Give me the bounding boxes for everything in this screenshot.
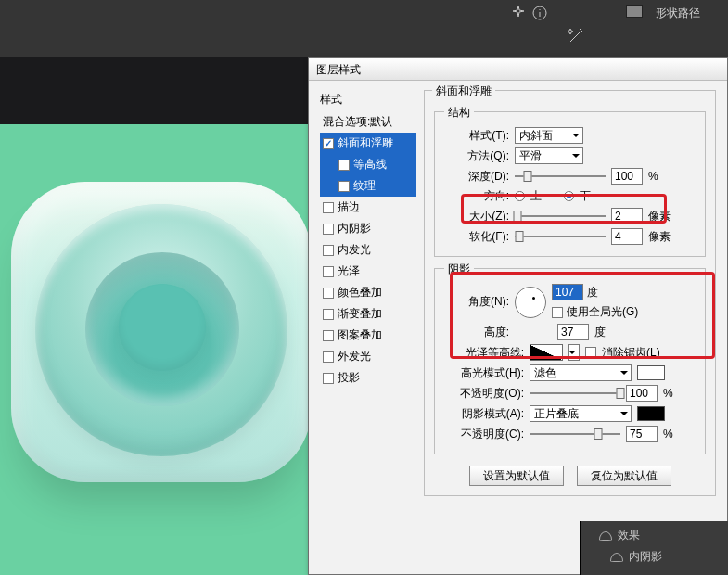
checkbox-pattern-overlay[interactable] — [323, 330, 334, 341]
reset-default-button[interactable]: 复位为默认值 — [577, 466, 671, 486]
style-item-blend-options[interactable]: 混合选项:默认 — [320, 111, 416, 133]
checkbox-bevel[interactable] — [323, 138, 334, 149]
soften-slider[interactable] — [515, 230, 606, 243]
highlight-opacity-input[interactable] — [626, 385, 658, 402]
antialias-checkbox[interactable] — [585, 347, 596, 358]
size-unit: 像素 — [648, 209, 671, 224]
shadow-opacity-input[interactable] — [626, 426, 658, 442]
gloss-contour-label: 光泽等高线: — [446, 345, 524, 361]
direction-up-radio[interactable] — [515, 191, 525, 201]
shape-path-label: 形状路径 — [656, 6, 700, 21]
styles-header: 样式 — [320, 90, 416, 111]
checkbox-inner-glow[interactable] — [323, 245, 334, 256]
checkbox-texture[interactable] — [338, 181, 350, 192]
shadow-color-swatch[interactable] — [637, 406, 665, 421]
technique-label: 方法(Q): — [446, 148, 509, 164]
icon-preview-base — [11, 182, 312, 482]
shadow-opacity-slider[interactable] — [530, 428, 620, 441]
style-item-inner-glow[interactable]: 内发光 — [320, 239, 416, 261]
style-item-stroke[interactable]: 描边 — [320, 197, 416, 218]
global-light-label: 使用全局光(G) — [567, 304, 638, 320]
highlight-mode-select[interactable]: 滤色 — [530, 364, 632, 381]
layers-effects-panel: 效果 内阴影 — [580, 521, 728, 575]
effects-row[interactable]: 效果 — [588, 525, 721, 546]
shadow-mode-label: 阴影模式(A): — [446, 406, 524, 422]
effects-label: 效果 — [618, 528, 640, 543]
checkbox-satin[interactable] — [323, 266, 334, 277]
wand-icon[interactable] — [568, 26, 586, 45]
checkbox-drop-shadow[interactable] — [323, 373, 334, 384]
depth-input[interactable] — [611, 168, 643, 185]
style-type-label: 样式(T): — [446, 128, 509, 144]
shadow-opacity-label: 不透明度(C): — [446, 427, 524, 442]
checkbox-stroke[interactable] — [323, 202, 334, 213]
shading-legend: 阴影 — [444, 262, 474, 277]
visibility-eye-icon[interactable] — [599, 531, 612, 541]
soften-label: 软化(F): — [446, 229, 509, 245]
checkbox-outer-glow[interactable] — [323, 351, 334, 363]
soften-input[interactable] — [611, 228, 643, 245]
altitude-input[interactable] — [557, 324, 589, 340]
dialog-titlebar[interactable]: 图层样式 — [309, 58, 727, 81]
depth-slider[interactable] — [515, 170, 606, 183]
checkbox-contour[interactable] — [338, 160, 350, 171]
checkbox-inner-shadow[interactable] — [323, 224, 334, 235]
gloss-contour-dropdown[interactable] — [568, 344, 580, 361]
gloss-contour-picker[interactable] — [530, 344, 563, 361]
size-input[interactable] — [611, 208, 643, 224]
bevel-settings-panel: 斜面和浮雕 结构 样式(T): 内斜面 方法(Q): 平滑 深度(D): — [422, 81, 727, 574]
highlight-opacity-label: 不透明度(O): — [446, 386, 524, 402]
section-title: 斜面和浮雕 — [432, 83, 495, 99]
direction-down-radio[interactable] — [564, 191, 574, 201]
shadow-mode-select[interactable]: 正片叠底 — [530, 405, 632, 422]
make-default-button[interactable]: 设置为默认值 — [469, 466, 564, 486]
icon-preview-inner-ring — [85, 252, 239, 406]
technique-select[interactable]: 平滑 — [515, 147, 583, 164]
top-toolbar: 形状路径 — [0, 0, 728, 58]
direction-label: 方向: — [446, 188, 509, 204]
depth-label: 深度(D): — [446, 169, 509, 185]
shading-group: 阴影 角度(N): 度 使用全局光(G) — [434, 268, 706, 454]
checkbox-gradient-overlay[interactable] — [323, 309, 334, 320]
icon-preview-outer-circle — [35, 204, 287, 456]
style-item-contour[interactable]: 等高线 — [320, 154, 416, 175]
highlight-color-swatch[interactable] — [637, 365, 665, 380]
antialias-label: 消除锯齿(L) — [602, 345, 660, 361]
styles-list-panel: 样式 混合选项:默认 斜面和浮雕 等高线 纹理 描边 内阴影 内发光 光泽 颜色… — [309, 81, 422, 574]
style-item-gradient-overlay[interactable]: 渐变叠加 — [320, 303, 416, 325]
direction-down-text: 下 — [580, 188, 591, 204]
style-item-color-overlay[interactable]: 颜色叠加 — [320, 282, 416, 303]
style-item-texture[interactable]: 纹理 — [320, 175, 416, 197]
info-icon[interactable] — [530, 4, 549, 22]
highlight-mode-label: 高光模式(H): — [446, 365, 524, 381]
visibility-eye-icon[interactable] — [610, 553, 623, 562]
style-item-bevel[interactable]: 斜面和浮雕 — [320, 133, 416, 154]
inner-shadow-label: 内阴影 — [629, 549, 662, 565]
altitude-label: 高度: — [446, 325, 509, 340]
size-label: 大小(Z): — [446, 209, 509, 224]
style-item-inner-shadow[interactable]: 内阴影 — [320, 218, 416, 239]
size-slider[interactable] — [515, 210, 606, 223]
global-light-checkbox[interactable] — [552, 307, 563, 318]
sparkle-icon[interactable] — [509, 4, 528, 22]
direction-up-text: 上 — [530, 188, 542, 204]
highlight-opacity-slider[interactable] — [530, 387, 620, 400]
inner-shadow-row[interactable]: 内阴影 — [588, 546, 721, 568]
layer-style-dialog: 图层样式 样式 混合选项:默认 斜面和浮雕 等高线 纹理 描边 内阴影 内发光 … — [308, 58, 728, 575]
style-type-select[interactable]: 内斜面 — [515, 127, 583, 144]
highlight-opacity-unit: % — [663, 387, 673, 400]
shadow-opacity-unit: % — [663, 428, 673, 441]
altitude-unit: 度 — [594, 325, 606, 340]
shape-color-swatch[interactable] — [626, 5, 643, 18]
soften-unit: 像素 — [648, 229, 671, 245]
structure-group: 结构 样式(T): 内斜面 方法(Q): 平滑 深度(D): % — [434, 111, 706, 257]
style-item-pattern-overlay[interactable]: 图案叠加 — [320, 325, 416, 346]
checkbox-color-overlay[interactable] — [323, 288, 334, 299]
style-item-drop-shadow[interactable]: 投影 — [320, 367, 416, 389]
angle-label: 角度(N): — [446, 294, 509, 310]
style-item-satin[interactable]: 光泽 — [320, 261, 416, 282]
angle-wheel[interactable] — [515, 287, 546, 318]
structure-legend: 结构 — [444, 105, 474, 121]
style-item-outer-glow[interactable]: 外发光 — [320, 346, 416, 367]
angle-input[interactable] — [552, 284, 583, 300]
